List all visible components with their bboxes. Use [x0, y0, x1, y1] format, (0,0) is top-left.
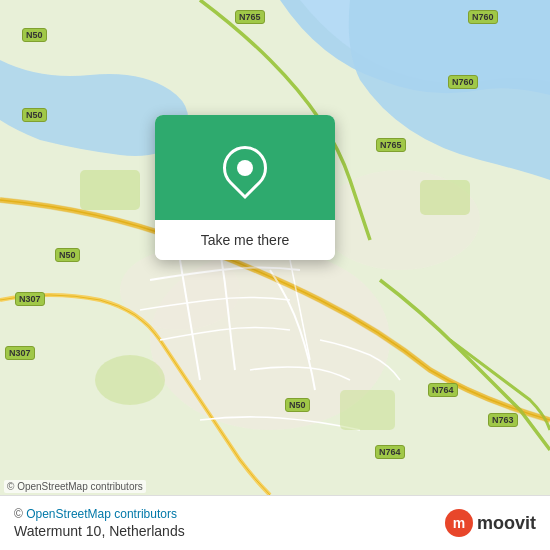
footer: © OpenStreetMap contributors Watermunt 1…: [0, 495, 550, 550]
svg-rect-6: [340, 390, 395, 430]
road-badge-n307-1: N307: [15, 292, 45, 306]
osm-copyright-text: ©: [14, 507, 23, 521]
road-badge-n307-2: N307: [5, 346, 35, 360]
road-badge-n50-3: N50: [55, 248, 80, 262]
location-pin-icon: [214, 136, 276, 198]
moovit-icon: m: [445, 509, 473, 537]
road-badge-n50-2: N50: [22, 108, 47, 122]
osm-credit: © OpenStreetMap contributors: [14, 507, 185, 521]
osm-link[interactable]: OpenStreetMap contributors: [26, 507, 177, 521]
road-badge-n760-2: N760: [448, 75, 478, 89]
road-badge-n765-1: N765: [235, 10, 265, 24]
road-badge-n760-1: N760: [468, 10, 498, 24]
road-badge-n50-4: N50: [285, 398, 310, 412]
popup-card: Take me there: [155, 115, 335, 260]
moovit-logo: m moovit: [445, 509, 536, 537]
road-badge-n763: N763: [488, 413, 518, 427]
road-badge-n764-1: N764: [428, 383, 458, 397]
svg-rect-4: [80, 170, 140, 210]
road-badge-n50-1: N50: [22, 28, 47, 42]
footer-address: Watermunt 10, Netherlands: [14, 523, 185, 539]
take-me-there-button[interactable]: Take me there: [155, 220, 335, 260]
popup-header: [155, 115, 335, 220]
svg-text:m: m: [453, 515, 465, 531]
osm-copyright: © OpenStreetMap contributors: [4, 480, 146, 493]
svg-rect-5: [420, 180, 470, 215]
moovit-text: moovit: [477, 513, 536, 534]
svg-point-7: [95, 355, 165, 405]
road-badge-n764-2: N764: [375, 445, 405, 459]
road-badge-n765-2: N765: [376, 138, 406, 152]
map-container: N50 N765 N760 N50 N760 N765 N50 N307 N30…: [0, 0, 550, 495]
